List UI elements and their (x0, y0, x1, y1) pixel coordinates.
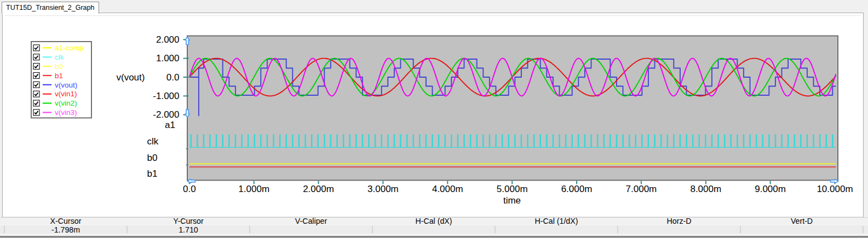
svg-text:1.710: 1.710 (179, 225, 198, 234)
svg-text:1.000: 1.000 (156, 53, 180, 63)
svg-text:2.000: 2.000 (156, 34, 180, 45)
svg-text:clk: clk (55, 53, 64, 61)
svg-text:H-Cal (dX): H-Cal (dX) (415, 217, 452, 225)
svg-text:6.000m: 6.000m (561, 184, 593, 194)
svg-text:8.000m: 8.000m (690, 184, 721, 194)
svg-text:10.000m: 10.000m (817, 184, 853, 194)
svg-text:v(vout): v(vout) (55, 81, 77, 89)
svg-text:Vert-D: Vert-D (791, 217, 813, 225)
svg-text:0.0: 0.0 (166, 72, 180, 83)
svg-text:H-Cal (1/dX): H-Cal (1/dX) (535, 217, 578, 225)
svg-text:5.000m: 5.000m (497, 184, 528, 194)
svg-text:7.000m: 7.000m (626, 184, 657, 194)
svg-text:Horz-D: Horz-D (667, 217, 692, 225)
svg-text:b0: b0 (55, 62, 63, 71)
svg-text:2.000m: 2.000m (303, 184, 334, 194)
svg-text:X-Cursor: X-Cursor (50, 217, 82, 225)
svg-text:v(vout): v(vout) (117, 72, 145, 83)
svg-text:1.000m: 1.000m (238, 184, 269, 194)
svg-text:b1: b1 (147, 169, 158, 179)
svg-text:a1: a1 (165, 120, 175, 130)
svg-text:4.000m: 4.000m (432, 184, 463, 194)
svg-text:0.0: 0.0 (183, 184, 196, 194)
svg-text:time: time (503, 195, 521, 206)
svg-text:a1-comp: a1-comp (55, 44, 84, 52)
svg-text:TUT15D_Transient_2_Graph: TUT15D_Transient_2_Graph (6, 4, 94, 11)
svg-text:Y-Cursor: Y-Cursor (173, 217, 204, 225)
svg-text:v(vin2): v(vin2) (55, 99, 77, 107)
svg-text:9.000m: 9.000m (755, 184, 786, 194)
svg-text:v(vin3): v(vin3) (55, 108, 77, 117)
svg-text:b0: b0 (147, 153, 158, 163)
svg-text:V-Caliper: V-Caliper (295, 217, 327, 225)
svg-text:-2.000: -2.000 (153, 109, 179, 120)
svg-text:v(vin1): v(vin1) (55, 90, 77, 98)
svg-text:-1.798m: -1.798m (51, 225, 80, 234)
svg-text:-1.000: -1.000 (153, 91, 179, 101)
svg-text:3.000m: 3.000m (367, 184, 399, 194)
svg-text:b1: b1 (55, 72, 63, 80)
svg-text:clk: clk (147, 136, 159, 147)
